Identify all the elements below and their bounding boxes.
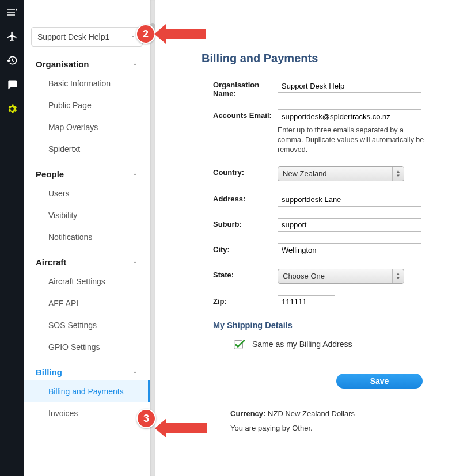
nav-item-billing-and-payments[interactable]: Billing and Payments: [24, 380, 150, 402]
label-org-name: Organisation Name:: [213, 79, 278, 98]
sidebar: Support Desk Help1 Organisation Basic In…: [24, 0, 150, 476]
input-zip[interactable]: [278, 295, 335, 309]
nav-header-billing[interactable]: Billing: [24, 364, 150, 380]
select-state-value: Choose One: [283, 272, 325, 280]
input-city[interactable]: [278, 243, 421, 257]
nav-header-label: People: [36, 169, 64, 179]
paying-line: You are paying by Other.: [230, 424, 459, 432]
currency-value: NZD New Zealand Dollars: [268, 409, 355, 418]
chevron-up-icon: [132, 59, 138, 69]
rail-menu-icon[interactable]: [0, 0, 24, 24]
input-accounts-email[interactable]: [278, 109, 421, 123]
input-address[interactable]: [278, 193, 421, 207]
stepper-icon: ▲▼: [392, 269, 404, 283]
chevron-down-icon: [130, 32, 136, 41]
chevron-up-icon: [132, 169, 138, 179]
checkbox-same-as-billing[interactable]: [233, 338, 245, 351]
org-select-dropdown[interactable]: Support Desk Help1: [31, 27, 143, 47]
label-city: City:: [213, 243, 278, 254]
nav-header-label: Aircraft: [36, 257, 66, 267]
nav-item-notifications[interactable]: Notifications: [24, 226, 150, 248]
label-state: State:: [213, 269, 278, 279]
org-select-value: Support Desk Help1: [37, 32, 109, 41]
nav-item-visibility[interactable]: Visibility: [24, 204, 150, 226]
nav-item-invoices[interactable]: Invoices: [24, 402, 150, 424]
label-zip: Zip:: [213, 295, 278, 306]
nav-header-people[interactable]: People: [24, 166, 150, 182]
scrollbar-thumb[interactable]: [150, 23, 155, 33]
nav-header-aircraft[interactable]: Aircraft: [24, 254, 150, 271]
rail-history-icon[interactable]: [0, 48, 24, 73]
nav-item-aircraft-settings[interactable]: Aircraft Settings: [24, 271, 150, 292]
checkbox-label: Same as my Billing Address: [252, 340, 352, 349]
input-org-name[interactable]: [278, 79, 421, 93]
select-country-value: New Zealand: [283, 169, 327, 178]
rail-chat-icon[interactable]: [0, 73, 24, 97]
shipping-details-heading: My Shipping Details: [213, 321, 459, 330]
nav-item-basic-information[interactable]: Basic Information: [24, 73, 150, 94]
main-content: Billing and Payments Organisation Name: …: [155, 0, 471, 476]
rail-airplane-icon[interactable]: [0, 24, 24, 48]
currency-label: Currency:: [230, 409, 265, 418]
select-country[interactable]: New Zealand ▲▼: [278, 166, 404, 181]
rail-settings-icon[interactable]: [0, 97, 24, 121]
hint-accounts-email: Enter up to three emails separated by a …: [278, 125, 427, 155]
panel-divider: [150, 0, 155, 476]
nav-header-label: Billing: [36, 367, 62, 377]
nav-item-aff-api[interactable]: AFF API: [24, 292, 150, 314]
nav-item-sos-settings[interactable]: SOS Settings: [24, 314, 150, 336]
nav-item-public-page[interactable]: Public Page: [24, 94, 150, 116]
select-state[interactable]: Choose One ▲▼: [278, 269, 404, 284]
chevron-up-icon: [132, 367, 138, 377]
label-address: Address:: [213, 193, 278, 203]
nav-item-spidertxt[interactable]: Spidertxt: [24, 138, 150, 160]
icon-rail: [0, 0, 24, 476]
label-suburb: Suburb:: [213, 218, 278, 229]
stepper-icon: ▲▼: [392, 167, 404, 181]
nav-header-label: Organisation: [36, 59, 89, 69]
nav-item-users[interactable]: Users: [24, 182, 150, 204]
nav-item-gpio-settings[interactable]: GPIO Settings: [24, 336, 150, 358]
nav-header-organisation[interactable]: Organisation: [24, 56, 150, 73]
currency-line: Currency: NZD New Zealand Dollars: [230, 409, 459, 418]
input-suburb[interactable]: [278, 218, 421, 232]
chevron-up-icon: [132, 257, 138, 267]
save-button[interactable]: Save: [336, 374, 423, 389]
label-accounts-email: Accounts Email:: [213, 109, 278, 120]
page-title: Billing and Payments: [202, 52, 459, 65]
label-country: Country:: [213, 166, 278, 177]
nav-item-map-overlays[interactable]: Map Overlays: [24, 116, 150, 138]
